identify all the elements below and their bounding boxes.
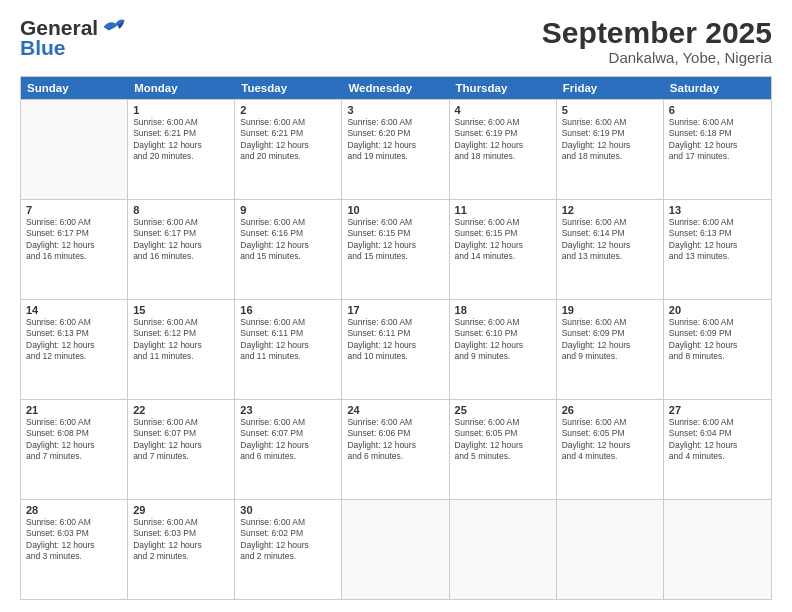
cal-cell-r0-c4: 4Sunrise: 6:00 AM Sunset: 6:19 PM Daylig… — [450, 100, 557, 199]
day-number: 18 — [455, 304, 551, 316]
cal-cell-r2-c3: 17Sunrise: 6:00 AM Sunset: 6:11 PM Dayli… — [342, 300, 449, 399]
cal-cell-r2-c4: 18Sunrise: 6:00 AM Sunset: 6:10 PM Dayli… — [450, 300, 557, 399]
day-number: 14 — [26, 304, 122, 316]
cal-cell-r1-c2: 9Sunrise: 6:00 AM Sunset: 6:16 PM Daylig… — [235, 200, 342, 299]
cal-cell-r3-c1: 22Sunrise: 6:00 AM Sunset: 6:07 PM Dayli… — [128, 400, 235, 499]
cal-cell-r3-c0: 21Sunrise: 6:00 AM Sunset: 6:08 PM Dayli… — [21, 400, 128, 499]
cal-row-4: 28Sunrise: 6:00 AM Sunset: 6:03 PM Dayli… — [21, 499, 771, 599]
cal-row-0: 1Sunrise: 6:00 AM Sunset: 6:21 PM Daylig… — [21, 99, 771, 199]
day-number: 28 — [26, 504, 122, 516]
cal-cell-r0-c3: 3Sunrise: 6:00 AM Sunset: 6:20 PM Daylig… — [342, 100, 449, 199]
day-info: Sunrise: 6:00 AM Sunset: 6:17 PM Dayligh… — [133, 217, 229, 263]
logo-blue: Blue — [20, 36, 66, 60]
calendar-header: Sunday Monday Tuesday Wednesday Thursday… — [21, 77, 771, 99]
cal-cell-r3-c3: 24Sunrise: 6:00 AM Sunset: 6:06 PM Dayli… — [342, 400, 449, 499]
day-info: Sunrise: 6:00 AM Sunset: 6:12 PM Dayligh… — [133, 317, 229, 363]
day-info: Sunrise: 6:00 AM Sunset: 6:21 PM Dayligh… — [240, 117, 336, 163]
logo-bird-icon — [100, 16, 128, 38]
cal-cell-r0-c2: 2Sunrise: 6:00 AM Sunset: 6:21 PM Daylig… — [235, 100, 342, 199]
cal-cell-r1-c1: 8Sunrise: 6:00 AM Sunset: 6:17 PM Daylig… — [128, 200, 235, 299]
cal-cell-r2-c2: 16Sunrise: 6:00 AM Sunset: 6:11 PM Dayli… — [235, 300, 342, 399]
page: General Blue September 2025 Dankalwa, Yo… — [0, 0, 792, 612]
cal-cell-r1-c6: 13Sunrise: 6:00 AM Sunset: 6:13 PM Dayli… — [664, 200, 771, 299]
day-info: Sunrise: 6:00 AM Sunset: 6:07 PM Dayligh… — [240, 417, 336, 463]
day-info: Sunrise: 6:00 AM Sunset: 6:08 PM Dayligh… — [26, 417, 122, 463]
day-info: Sunrise: 6:00 AM Sunset: 6:05 PM Dayligh… — [455, 417, 551, 463]
day-info: Sunrise: 6:00 AM Sunset: 6:20 PM Dayligh… — [347, 117, 443, 163]
cal-cell-r3-c4: 25Sunrise: 6:00 AM Sunset: 6:05 PM Dayli… — [450, 400, 557, 499]
day-info: Sunrise: 6:00 AM Sunset: 6:10 PM Dayligh… — [455, 317, 551, 363]
day-number: 29 — [133, 504, 229, 516]
day-number: 10 — [347, 204, 443, 216]
day-info: Sunrise: 6:00 AM Sunset: 6:18 PM Dayligh… — [669, 117, 766, 163]
logo-text: General Blue — [20, 16, 128, 60]
day-info: Sunrise: 6:00 AM Sunset: 6:11 PM Dayligh… — [347, 317, 443, 363]
day-info: Sunrise: 6:00 AM Sunset: 6:06 PM Dayligh… — [347, 417, 443, 463]
cal-cell-r2-c6: 20Sunrise: 6:00 AM Sunset: 6:09 PM Dayli… — [664, 300, 771, 399]
day-number: 30 — [240, 504, 336, 516]
header-tuesday: Tuesday — [235, 77, 342, 99]
day-number: 6 — [669, 104, 766, 116]
day-number: 2 — [240, 104, 336, 116]
day-number: 27 — [669, 404, 766, 416]
day-info: Sunrise: 6:00 AM Sunset: 6:02 PM Dayligh… — [240, 517, 336, 563]
day-number: 1 — [133, 104, 229, 116]
cal-cell-r0-c0 — [21, 100, 128, 199]
cal-cell-r1-c4: 11Sunrise: 6:00 AM Sunset: 6:15 PM Dayli… — [450, 200, 557, 299]
cal-cell-r4-c6 — [664, 500, 771, 599]
day-info: Sunrise: 6:00 AM Sunset: 6:19 PM Dayligh… — [562, 117, 658, 163]
title-block: September 2025 Dankalwa, Yobe, Nigeria — [542, 16, 772, 66]
day-number: 15 — [133, 304, 229, 316]
cal-cell-r3-c5: 26Sunrise: 6:00 AM Sunset: 6:05 PM Dayli… — [557, 400, 664, 499]
day-number: 17 — [347, 304, 443, 316]
day-number: 8 — [133, 204, 229, 216]
day-info: Sunrise: 6:00 AM Sunset: 6:14 PM Dayligh… — [562, 217, 658, 263]
cal-cell-r1-c5: 12Sunrise: 6:00 AM Sunset: 6:14 PM Dayli… — [557, 200, 664, 299]
cal-cell-r3-c6: 27Sunrise: 6:00 AM Sunset: 6:04 PM Dayli… — [664, 400, 771, 499]
day-number: 16 — [240, 304, 336, 316]
day-number: 11 — [455, 204, 551, 216]
day-number: 12 — [562, 204, 658, 216]
day-number: 24 — [347, 404, 443, 416]
page-subtitle: Dankalwa, Yobe, Nigeria — [542, 49, 772, 66]
cal-cell-r4-c0: 28Sunrise: 6:00 AM Sunset: 6:03 PM Dayli… — [21, 500, 128, 599]
day-info: Sunrise: 6:00 AM Sunset: 6:07 PM Dayligh… — [133, 417, 229, 463]
day-number: 13 — [669, 204, 766, 216]
cal-cell-r0-c6: 6Sunrise: 6:00 AM Sunset: 6:18 PM Daylig… — [664, 100, 771, 199]
day-info: Sunrise: 6:00 AM Sunset: 6:03 PM Dayligh… — [133, 517, 229, 563]
day-number: 25 — [455, 404, 551, 416]
cal-row-3: 21Sunrise: 6:00 AM Sunset: 6:08 PM Dayli… — [21, 399, 771, 499]
cal-cell-r2-c0: 14Sunrise: 6:00 AM Sunset: 6:13 PM Dayli… — [21, 300, 128, 399]
day-number: 7 — [26, 204, 122, 216]
day-info: Sunrise: 6:00 AM Sunset: 6:05 PM Dayligh… — [562, 417, 658, 463]
day-info: Sunrise: 6:00 AM Sunset: 6:19 PM Dayligh… — [455, 117, 551, 163]
header-sunday: Sunday — [21, 77, 128, 99]
day-info: Sunrise: 6:00 AM Sunset: 6:09 PM Dayligh… — [669, 317, 766, 363]
cal-cell-r0-c5: 5Sunrise: 6:00 AM Sunset: 6:19 PM Daylig… — [557, 100, 664, 199]
day-info: Sunrise: 6:00 AM Sunset: 6:17 PM Dayligh… — [26, 217, 122, 263]
calendar: Sunday Monday Tuesday Wednesday Thursday… — [20, 76, 772, 600]
cal-row-2: 14Sunrise: 6:00 AM Sunset: 6:13 PM Dayli… — [21, 299, 771, 399]
cal-cell-r2-c1: 15Sunrise: 6:00 AM Sunset: 6:12 PM Dayli… — [128, 300, 235, 399]
header: General Blue September 2025 Dankalwa, Yo… — [20, 16, 772, 66]
cal-cell-r0-c1: 1Sunrise: 6:00 AM Sunset: 6:21 PM Daylig… — [128, 100, 235, 199]
header-thursday: Thursday — [450, 77, 557, 99]
day-number: 4 — [455, 104, 551, 116]
header-wednesday: Wednesday — [342, 77, 449, 99]
cal-cell-r1-c3: 10Sunrise: 6:00 AM Sunset: 6:15 PM Dayli… — [342, 200, 449, 299]
day-info: Sunrise: 6:00 AM Sunset: 6:13 PM Dayligh… — [669, 217, 766, 263]
day-info: Sunrise: 6:00 AM Sunset: 6:04 PM Dayligh… — [669, 417, 766, 463]
cal-cell-r4-c5 — [557, 500, 664, 599]
day-number: 26 — [562, 404, 658, 416]
cal-cell-r4-c2: 30Sunrise: 6:00 AM Sunset: 6:02 PM Dayli… — [235, 500, 342, 599]
cal-cell-r4-c3 — [342, 500, 449, 599]
cal-cell-r2-c5: 19Sunrise: 6:00 AM Sunset: 6:09 PM Dayli… — [557, 300, 664, 399]
day-number: 22 — [133, 404, 229, 416]
day-number: 9 — [240, 204, 336, 216]
day-number: 5 — [562, 104, 658, 116]
cal-cell-r3-c2: 23Sunrise: 6:00 AM Sunset: 6:07 PM Dayli… — [235, 400, 342, 499]
day-number: 19 — [562, 304, 658, 316]
day-info: Sunrise: 6:00 AM Sunset: 6:13 PM Dayligh… — [26, 317, 122, 363]
day-number: 21 — [26, 404, 122, 416]
day-info: Sunrise: 6:00 AM Sunset: 6:16 PM Dayligh… — [240, 217, 336, 263]
